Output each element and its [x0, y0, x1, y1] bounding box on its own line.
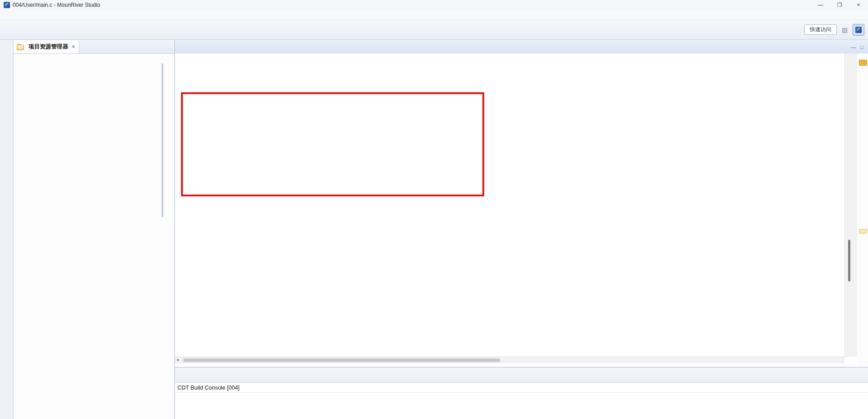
project-tree [14, 53, 174, 419]
menubar [0, 10, 868, 20]
main-toolbar: 快速访问 ▨ [0, 20, 868, 40]
editor-horizontal-scrollbar[interactable]: ◂ [175, 357, 844, 363]
scroll-left-arrow-icon[interactable]: ◂ [176, 357, 179, 362]
maximize-editor-icon[interactable]: □ [860, 44, 863, 50]
editor-area: — □ ◂ [175, 40, 868, 367]
open-perspective-shortcut-icon[interactable]: ▨ [840, 25, 849, 34]
bottom-tabstrip [175, 368, 868, 383]
minimized-views-rail [0, 40, 14, 419]
console-output [175, 393, 868, 393]
mrs-perspective-button[interactable] [853, 24, 864, 36]
titlebar: 004/User/main.c - MounRiver Studio — ❐ × [0, 0, 868, 10]
toolbar-right: 快速访问 ▨ [804, 24, 864, 36]
project-explorer-header: 项目资源管理器 ✕ [14, 40, 174, 54]
overview-ruler[interactable] [858, 53, 868, 367]
app-logo-icon [4, 2, 10, 8]
quick-access-button[interactable]: 快速访问 [804, 24, 837, 35]
close-view-icon[interactable]: ✕ [72, 44, 76, 50]
project-explorer-icon [17, 45, 24, 50]
explorer-scrollbar[interactable] [162, 63, 163, 217]
project-explorer-tab[interactable]: 项目资源管理器 ✕ [14, 40, 79, 53]
project-explorer-panel: 项目资源管理器 ✕ [14, 40, 175, 419]
scrollbar-thumb[interactable] [848, 240, 850, 281]
mounriver-studio-window: 004/User/main.c - MounRiver Studio — ❐ ×… [0, 0, 868, 419]
close-window-icon[interactable]: × [849, 0, 868, 10]
editor-tabstrip: — □ [175, 40, 868, 54]
minimize-window-icon[interactable]: — [811, 0, 830, 10]
project-explorer-title: 项目资源管理器 [29, 43, 68, 51]
hscrollbar-thumb[interactable] [183, 358, 500, 362]
mrs-perspective-icon [855, 27, 862, 33]
window-title: 004/User/main.c - MounRiver Studio [13, 2, 100, 8]
annotation-rectangle [181, 92, 484, 196]
editor-vertical-scrollbar[interactable] [844, 53, 857, 357]
editor-view-controls: — □ [851, 44, 868, 53]
restore-window-icon[interactable]: ❐ [830, 0, 849, 10]
window-controls: — ❐ × [811, 0, 868, 10]
minimize-editor-icon[interactable]: — [851, 44, 856, 50]
console-title: CDT Build Console [004] [175, 383, 868, 393]
occurrence-marker[interactable] [859, 229, 867, 233]
console-panel: CDT Build Console [004] [175, 368, 868, 419]
warning-marker[interactable] [859, 60, 867, 66]
